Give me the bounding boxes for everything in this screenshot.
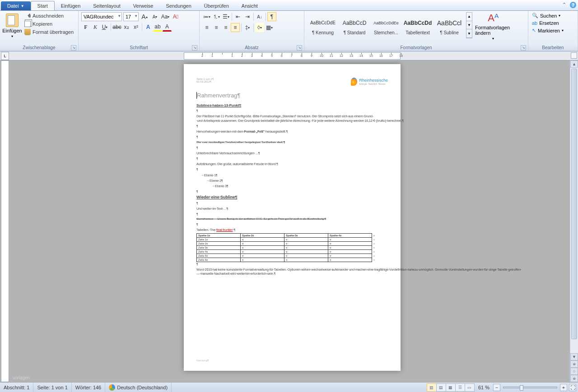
table-header: Spalte·3¤ — [284, 233, 328, 237]
dialog-launcher-icon[interactable]: ↘ — [297, 45, 302, 51]
copy-button[interactable]: Kopieren — [23, 20, 75, 28]
chevron-up-icon[interactable]: ▲ — [466, 13, 472, 21]
clear-format-button[interactable]: Aͯ — [171, 12, 180, 21]
prev-page-icon[interactable]: ≑ — [570, 360, 578, 368]
horizontal-ruler[interactable]: 21123456789101112131415161718 — [184, 52, 401, 60]
list-item: →Ebene·1¶ — [201, 173, 388, 177]
subline: Sublines·haben·13·Punkt¶ — [196, 103, 388, 108]
zoom-knob[interactable] — [520, 385, 523, 391]
dedent-button[interactable]: ⇤ — [233, 12, 242, 21]
paste-button[interactable]: Einfügen▾ — [3, 12, 22, 45]
style-tabellentext[interactable]: AaBbCcDdTabellentext — [402, 12, 434, 38]
change-case-button[interactable]: Aa▾ — [161, 12, 170, 21]
scroll-down-icon[interactable]: ▼ — [570, 353, 578, 360]
change-styles-button[interactable]: Aᴬ Formatvorlagen ändern▾ — [475, 12, 511, 41]
tab-mailings[interactable]: Sendungen — [159, 1, 197, 10]
grow-font-button[interactable]: A▴ — [140, 12, 149, 21]
strike-button[interactable]: abc — [112, 23, 121, 32]
group-label: Formatvorlagen↘ — [307, 45, 525, 51]
find-button[interactable]: 🔍Suchen▾ — [531, 12, 575, 19]
dialog-launcher-icon[interactable]: ↘ — [71, 45, 76, 51]
help-icon[interactable]: ? — [570, 2, 576, 8]
style-kennung[interactable]: AaBbCcDdE¶ Kennung — [307, 12, 339, 38]
minimize-ribbon-icon[interactable]: ⌃ — [561, 2, 567, 8]
sort-button[interactable]: A↓ — [255, 12, 264, 21]
body-text: Der·Fließtext·hat·11·Punkt·Schriftgröße.… — [196, 114, 388, 122]
style-subline[interactable]: AaBbCcl¶ Subline — [434, 12, 465, 38]
scroll-up-icon[interactable]: ▲ — [570, 60, 578, 68]
tab-review[interactable]: Überprüfen — [198, 1, 235, 10]
scroll-thumb[interactable] — [571, 69, 577, 339]
doc-title: Rahmenvertrag¶ — [196, 92, 388, 99]
fullscreen-view[interactable]: ▤ — [436, 383, 446, 392]
select-button[interactable]: ↖Markieren▾ — [531, 27, 575, 34]
zoom-in-button[interactable]: + — [560, 384, 567, 391]
status-words[interactable]: Wörter: 146 — [72, 383, 105, 392]
status-page[interactable]: Seite: 1 von 1 — [33, 383, 71, 392]
align-center-button[interactable]: ≡ — [212, 23, 221, 32]
style-sternchen[interactable]: AaBbCcDdEeSternchen... — [370, 12, 402, 38]
zoom-level[interactable]: 61 % — [475, 383, 493, 392]
body-text: Die·vom·zuständigen·Netzbetreiber·festge… — [196, 140, 388, 144]
tab-pagelayout[interactable]: Seitenlayout — [87, 1, 127, 10]
italic-button[interactable]: K — [91, 23, 100, 32]
subscript-button[interactable]: x₂ — [122, 23, 131, 32]
multilevel-button[interactable]: ☰▾ — [221, 12, 230, 21]
tab-start[interactable]: Start — [31, 1, 55, 10]
web-layout-view[interactable]: ▦ — [446, 383, 456, 392]
style-gallery-scroll[interactable]: ▲▼▼ — [466, 12, 472, 38]
text-effects-button[interactable]: A — [144, 23, 153, 32]
justify-button[interactable]: ≡ — [231, 23, 240, 32]
format-painter-button[interactable]: Format übertragen — [23, 28, 75, 36]
tab-selector[interactable]: L — [1, 52, 9, 60]
dialog-launcher-icon[interactable]: ↘ — [192, 45, 197, 51]
align-left-button[interactable]: ≡ — [202, 23, 211, 32]
next-page-icon[interactable]: ≑ — [570, 375, 578, 382]
zoom-slider[interactable] — [503, 387, 557, 388]
document-page[interactable]: Seite·1·von·1¶ 02.03.2012¶ Rheinhessisch… — [184, 64, 401, 371]
browse-object-icon[interactable]: ○ — [570, 368, 578, 375]
font-size-combo[interactable]: 17 — [123, 12, 139, 21]
file-tab[interactable]: Datei▼ — [1, 1, 31, 10]
tab-references[interactable]: Verweise — [127, 1, 160, 10]
highlight-button[interactable]: ab — [153, 23, 162, 32]
expand-icon[interactable]: ▼ — [466, 29, 472, 38]
vertical-ruler[interactable] — [1, 60, 9, 382]
vertical-scrollbar[interactable]: ▲ ▼ ≑ ○ ≑ — [570, 60, 578, 382]
line-spacing-button[interactable]: ‡▾ — [243, 23, 252, 32]
font-name-combo[interactable]: VAGRoundec — [81, 12, 122, 21]
table-row: Zeile·1¤¤¤¤¤ — [197, 237, 388, 241]
align-right-button[interactable]: ≡ — [221, 23, 230, 32]
tab-view[interactable]: Ansicht — [235, 1, 264, 10]
chevron-down-icon[interactable]: ▼ — [466, 21, 472, 30]
underline-button[interactable]: U▾ — [100, 23, 109, 32]
ruler-toggle[interactable] — [571, 52, 577, 59]
dialog-launcher-icon[interactable]: ↘ — [521, 45, 526, 51]
pilcrow-button[interactable]: ¶ — [267, 12, 276, 21]
bullets-button[interactable]: ≔▾ — [202, 12, 211, 21]
change-styles-icon: Aᴬ — [488, 12, 499, 24]
draft-view[interactable]: ▭ — [465, 383, 475, 392]
font-color-button[interactable]: A — [163, 23, 172, 32]
tab-insert[interactable]: Einfügen — [55, 1, 87, 10]
group-styles: AaBbCcDdE¶ Kennung AaBbCcD¶ Standard AaB… — [304, 11, 528, 51]
outline-view[interactable]: ☰ — [455, 383, 465, 392]
status-language[interactable]: Deutsch (Deutschland) — [105, 383, 172, 392]
cursor-icon: ↖ — [532, 28, 536, 33]
bold-button[interactable]: F — [81, 23, 90, 32]
body-text: Aufzählungen.·Die·große,·automatisierte·… — [196, 162, 388, 166]
shrink-font-button[interactable]: A▾ — [150, 12, 159, 21]
numbering-button[interactable]: ⒈▾ — [212, 12, 221, 21]
replace-button[interactable]: abErsetzen — [531, 20, 575, 26]
indent-button[interactable]: ⇥ — [243, 12, 252, 21]
borders-button[interactable]: ▦▾ — [265, 23, 274, 32]
print-layout-view[interactable]: ▥ — [427, 383, 437, 392]
zoom-out-button[interactable]: − — [493, 384, 500, 391]
status-section[interactable]: Abschnitt: 1 — [0, 383, 33, 392]
superscript-button[interactable]: x² — [131, 23, 140, 32]
globe-icon — [109, 384, 115, 391]
style-standard[interactable]: AaBbCcD¶ Standard — [339, 12, 370, 38]
cut-button[interactable]: Ausschneiden — [23, 12, 75, 19]
fullscreen-button[interactable]: ⛶ — [569, 384, 576, 391]
shading-button[interactable]: ◊▾ — [255, 23, 264, 32]
